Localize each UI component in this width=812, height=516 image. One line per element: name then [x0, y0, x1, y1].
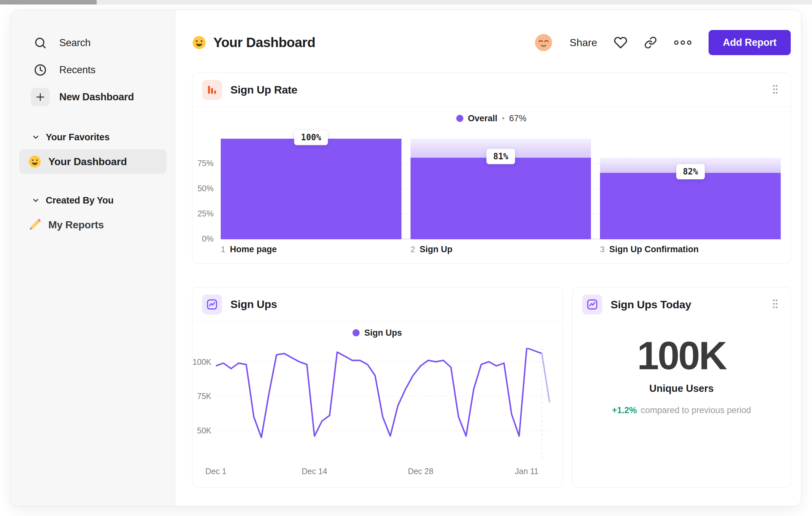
funnel-step-label: 3 Sign Up Confirmation: [600, 244, 781, 254]
x-axis-label: Dec 28: [408, 467, 433, 476]
legend-separator: •: [502, 114, 504, 123]
stat-value: 100K: [637, 333, 726, 378]
main-content: Your Dashboard Share A: [175, 10, 801, 506]
sidebar-item-my-reports[interactable]: My Reports: [19, 213, 167, 237]
funnel-bar-fill: [221, 139, 402, 239]
sidebar: Search Recents New Dashboard: [11, 10, 175, 506]
app-window: Search Recents New Dashboard: [11, 10, 801, 506]
sidebar-item-label: Your Dashboard: [48, 156, 127, 168]
link-icon: [644, 36, 657, 49]
sidebar-item-search[interactable]: Search: [11, 29, 175, 56]
funnel-badge: 81%: [487, 149, 515, 164]
funnel-badge: 100%: [294, 130, 328, 145]
drag-handle-icon[interactable]: [770, 297, 781, 312]
copy-link-button[interactable]: [644, 36, 657, 49]
created-by-you-section: Created By You My Reports: [11, 191, 175, 237]
stat-delta: +1.2%: [612, 405, 637, 415]
sidebar-item-your-dashboard[interactable]: Your Dashboard: [19, 149, 167, 174]
relieved-face-icon: [534, 33, 553, 52]
line-y-axis: 100K75K50K: [192, 348, 216, 461]
sidebar-item-label: New Dashboard: [59, 91, 134, 103]
favorite-heart-button[interactable]: [614, 36, 627, 49]
plus-icon: [31, 88, 50, 106]
share-button[interactable]: Share: [570, 37, 597, 49]
step-index: 1: [221, 244, 225, 254]
line-series-canvas[interactable]: [216, 348, 553, 461]
stat-delta-row: +1.2% compared to previous period: [612, 405, 751, 415]
y-axis-label: 75%: [198, 159, 214, 168]
drag-handle-icon[interactable]: [770, 82, 781, 98]
chevron-down-icon: [32, 134, 39, 141]
dashboard-header: Your Dashboard Share A: [192, 30, 791, 55]
window-chrome-tab: [0, 0, 97, 4]
line-chart-icon: [202, 294, 222, 315]
line-x-axis: Dec 1Dec 14Dec 28Jan 11: [216, 467, 553, 480]
funnel-bar-sign-up-confirmation[interactable]: 82%: [600, 139, 781, 239]
chevron-down-icon: [32, 197, 39, 204]
funnel-bar-fill: [410, 158, 591, 239]
page-title: Your Dashboard: [213, 35, 315, 50]
line-chart: 100K75K50K: [192, 348, 562, 461]
funnel-step-label: 1 Home page: [221, 244, 402, 254]
bar-chart-icon: [202, 80, 222, 100]
card-title: Sign Up Rate: [230, 84, 761, 96]
add-report-button[interactable]: Add Report: [708, 30, 791, 55]
legend-value: 67%: [509, 113, 526, 124]
series-line: [216, 348, 542, 437]
x-axis-label: Jan 11: [515, 467, 539, 476]
sidebar-item-recents[interactable]: Recents: [11, 56, 175, 84]
smiley-emoji-icon: [192, 35, 206, 50]
section-title: Your Favorites: [46, 132, 110, 142]
legend-dot: [352, 329, 359, 336]
funnel-bar-home-page[interactable]: 100%: [221, 139, 402, 239]
sign-ups-card: Sign Ups Sign Ups 100K75K50K: [192, 287, 562, 488]
stat-delta-caption: compared to previous period: [641, 405, 751, 415]
pencil-emoji-icon: [28, 218, 41, 231]
section-title: Created By You: [46, 195, 113, 206]
smiley-emoji-icon: [28, 155, 41, 168]
sign-ups-today-card: Sign Ups Today 100K Unique Users +1.2% c…: [572, 287, 791, 488]
step-index: 3: [600, 244, 605, 254]
favorites-section-header[interactable]: Your Favorites: [11, 127, 175, 147]
funnel-chart: 75%50%25%0% 100% 81%: [192, 139, 790, 239]
funnel-plot: 100% 81% 82%: [221, 139, 781, 239]
funnel-legend[interactable]: Overall • 67%: [456, 113, 526, 124]
funnel-y-axis: 75%50%25%0%: [192, 139, 221, 239]
card-title: Sign Ups Today: [611, 298, 761, 311]
legend-label: Sign Ups: [364, 328, 402, 338]
step-name: Home page: [230, 244, 277, 254]
sidebar-item-new-dashboard[interactable]: New Dashboard: [11, 84, 175, 111]
sign-up-rate-card: Sign Up Rate Overall • 67% 75%50%25%0%: [192, 73, 791, 264]
funnel-bar-fill: [600, 173, 781, 239]
line-plot: [216, 348, 553, 461]
line-legend[interactable]: Sign Ups: [352, 328, 402, 338]
heart-icon: [614, 36, 627, 49]
sidebar-item-label: Recents: [59, 64, 95, 76]
page: Search Recents New Dashboard: [0, 0, 812, 516]
step-index: 2: [410, 244, 415, 254]
funnel-step-label: 2 Sign Up: [410, 244, 591, 254]
step-name: Sign Up: [419, 244, 453, 254]
step-name: Sign Up Confirmation: [609, 244, 699, 254]
y-axis-label: 75K: [197, 391, 211, 401]
window-chrome-strip: [0, 0, 812, 4]
series-line: [542, 353, 550, 402]
user-avatar[interactable]: [534, 33, 553, 52]
funnel-badge: 82%: [676, 164, 705, 179]
y-axis-label: 25%: [198, 209, 214, 218]
legend-dot: [456, 115, 463, 122]
search-icon: [31, 33, 50, 52]
x-axis-label: Dec 1: [205, 467, 226, 476]
stat-body: 100K Unique Users +1.2% compared to prev…: [573, 322, 790, 415]
ellipsis-icon: [674, 40, 692, 46]
created-by-you-section-header[interactable]: Created By You: [11, 191, 175, 210]
line-chart-icon: [582, 294, 602, 315]
funnel-bar-sign-up[interactable]: 81%: [410, 139, 591, 239]
y-axis-label: 50%: [198, 184, 214, 193]
stat-caption: Unique Users: [649, 383, 714, 395]
x-axis-label: Dec 14: [301, 467, 327, 476]
favorites-section: Your Favorites Your Dashboard: [11, 127, 175, 174]
sidebar-item-label: Search: [59, 37, 91, 49]
more-options-button[interactable]: [674, 40, 692, 46]
funnel-step-labels: 1 Home page 2 Sign Up 3 Sign Up Confirma…: [221, 244, 781, 254]
